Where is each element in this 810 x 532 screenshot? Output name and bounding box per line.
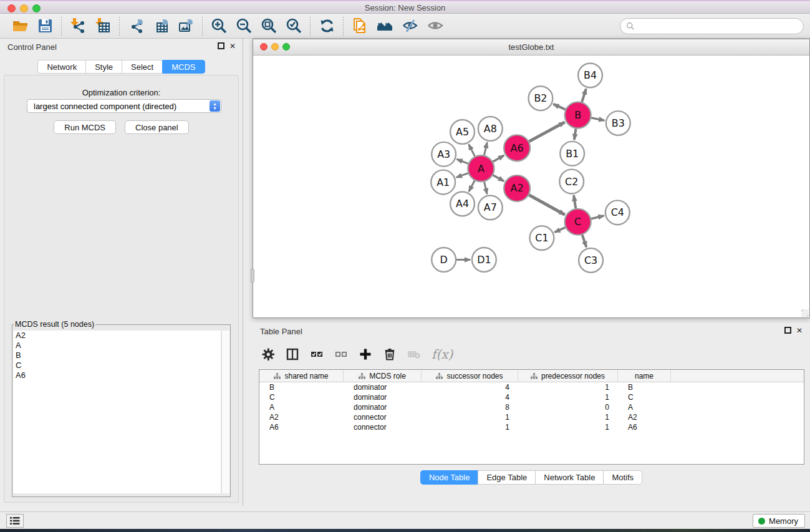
table-cell[interactable]: A2 [618,412,671,422]
export-image-icon[interactable] [173,16,198,37]
open-session-file-icon[interactable] [347,16,372,37]
edge-A-A2[interactable] [493,175,504,181]
graph-node-C1[interactable]: C1 [530,226,554,250]
column-header-name[interactable]: name [618,370,671,382]
table-cell[interactable]: 1 [518,422,618,432]
mcds-result-item[interactable]: B [13,351,221,360]
optimization-criterion-select[interactable]: largest connected component (directed) ▲… [27,99,221,113]
tab-edge-table[interactable]: Edge Table [478,470,535,485]
window-resize-grip[interactable] [801,309,809,317]
graph-node-A6[interactable]: A6 [504,135,530,161]
edge-A2-C[interactable] [529,195,564,215]
table-cell[interactable]: A [618,402,671,412]
select-all-icon[interactable] [310,347,324,361]
export-network-icon[interactable] [123,16,148,37]
tab-network-table[interactable]: Network Table [535,470,603,485]
mcds-result-item[interactable]: A [13,341,221,351]
import-network-icon[interactable] [65,16,90,37]
table-row[interactable]: Cdominator41C [259,392,804,402]
deselect-all-icon[interactable] [334,347,348,361]
graph-node-C3[interactable]: C3 [579,248,603,273]
edge-C-C3[interactable] [582,235,587,247]
close-panel-button[interactable]: Close panel [125,120,189,134]
graph-node-C4[interactable]: C4 [605,200,630,225]
close-table-panel-icon[interactable]: ✕ [795,327,804,336]
column-header-predecessor-nodes[interactable]: predecessor nodes [518,370,618,382]
table-cell[interactable]: connector [344,412,422,422]
export-table-icon[interactable] [148,16,173,37]
tab-mcds[interactable]: MCDS [162,60,205,74]
table-cell[interactable]: B [618,382,671,392]
table-cell[interactable]: dominator [344,392,422,402]
mcds-result-item[interactable]: C [13,360,221,370]
panel-splitter-handle[interactable] [251,269,254,283]
table-cell[interactable]: 4 [422,392,518,402]
refresh-icon[interactable] [314,16,339,37]
network-canvas[interactable]: B4B2BB3A5A8A6B1A3AC2A1A2A4A7C4CC1C3DD1 [253,56,809,317]
run-mcds-button[interactable]: Run MCDS [54,120,116,134]
graph-node-A7[interactable]: A7 [478,195,503,220]
mcds-result-item[interactable]: A6 [13,370,221,380]
zoom-fit-icon[interactable] [256,16,281,37]
column-header-successor-nodes[interactable]: successor nodes [422,370,518,382]
edge-B-B1[interactable] [574,128,576,140]
close-panel-icon[interactable]: ✕ [228,42,237,51]
table-cell[interactable]: 1 [518,382,618,392]
import-table-icon[interactable] [90,16,115,37]
graph-node-C2[interactable]: C2 [559,170,584,194]
node-table[interactable]: shared nameMCDS rolesuccessor nodesprede… [259,369,804,465]
tab-motifs[interactable]: Motifs [603,470,642,485]
table-cell[interactable]: 1 [422,412,518,422]
graph-node-A4[interactable]: A4 [450,191,475,216]
search-input[interactable] [639,20,803,32]
graph-node-A5[interactable]: A5 [450,120,475,144]
tab-node-table[interactable]: Node Table [420,470,478,485]
edge-A-A8[interactable] [484,142,487,155]
memory-button[interactable]: Memory [753,514,805,528]
settings-gear-icon[interactable] [261,347,275,361]
graph-node-D[interactable]: D [432,248,456,272]
table-row[interactable]: Adominator80A [259,402,804,412]
table-cell[interactable]: 1 [422,422,518,432]
edge-A-A5[interactable] [469,144,475,156]
mcds-list-scrollbar[interactable] [221,331,229,493]
column-view-icon[interactable] [286,347,299,361]
task-history-button[interactable] [6,514,24,528]
edge-A-A6[interactable] [493,155,504,162]
edge-A-A1[interactable] [456,173,468,178]
mcds-result-list[interactable]: A2ABCA6 [13,331,221,493]
table-row[interactable]: A2connector11A2 [259,412,804,422]
graph-node-B[interactable]: B [565,102,591,128]
edge-B-B2[interactable] [553,104,565,110]
save-session-icon[interactable] [32,16,57,37]
float-panel-icon[interactable] [218,42,224,49]
graph-node-B2[interactable]: B2 [529,86,553,110]
table-cell[interactable]: 1 [518,412,618,422]
table-cell[interactable]: A6 [618,422,671,432]
table-cell[interactable]: dominator [344,402,422,412]
graph-node-A8[interactable]: A8 [478,117,503,141]
edge-A6-B[interactable] [529,122,564,142]
table-cell[interactable]: dominator [344,382,422,392]
graph-node-A1[interactable]: A1 [431,170,455,195]
zoom-in-icon[interactable] [206,16,231,37]
edge-A-A7[interactable] [484,181,487,194]
search-field[interactable] [620,18,804,34]
table-cell[interactable]: A2 [259,412,344,422]
edge-B-B4[interactable] [582,89,586,102]
table-row[interactable]: A6connector11A6 [259,422,804,432]
edge-A-A4[interactable] [469,181,475,192]
open-file-icon[interactable] [7,16,32,37]
table-cell[interactable]: connector [344,422,422,432]
delete-column-icon[interactable] [383,347,397,361]
tab-select[interactable]: Select [122,60,162,74]
table-cell[interactable]: C [259,392,344,402]
edge-C-C4[interactable] [591,216,604,219]
zoom-selected-icon[interactable] [281,16,306,37]
table-cell[interactable]: 4 [422,382,518,392]
graph-node-B4[interactable]: B4 [578,63,602,87]
table-cell[interactable]: 1 [518,392,618,402]
float-table-panel-icon[interactable] [784,327,791,334]
table-cell[interactable]: C [618,392,671,402]
hide-selected-icon[interactable] [397,16,422,37]
